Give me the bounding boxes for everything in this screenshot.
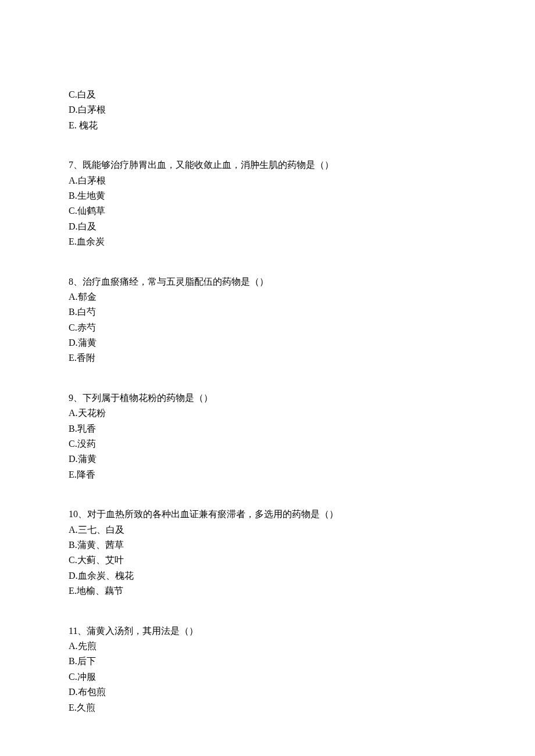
residual-options-block: C.白及 D.白茅根 E. 槐花 [69,87,466,133]
option-c: C.没药 [69,436,466,452]
option-a: A.天花粉 [69,406,466,421]
option-a: A.郁金 [69,289,466,304]
option-d: D.布包煎 [69,685,466,700]
question-prompt: 10、对于血热所致的各种出血证兼有瘀滞者，多选用的药物是（） [69,507,466,522]
question-prompt: 7、既能够治疗肺胃出血，又能收敛止血，消肿生肌的药物是（） [69,157,466,173]
option-e: E.地榆、藕节 [69,583,466,599]
question-number: 8、 [69,277,83,286]
option-a: A.三七、白及 [69,522,466,538]
question-text: 既能够治疗肺胃出血，又能收敛止血，消肿生肌的药物是（） [83,160,334,170]
question-prompt: 11、蒲黄入汤剂，其用法是（） [69,624,466,639]
question-prompt: 9、下列属于植物花粉的药物是（） [69,390,466,406]
question-10: 10、对于血热所致的各种出血证兼有瘀滞者，多选用的药物是（） A.三七、白及 B… [69,507,466,599]
question-7: 7、既能够治疗肺胃出血，又能收敛止血，消肿生肌的药物是（） A.白茅根 B.生地… [69,157,466,249]
question-prompt: 8、治疗血瘀痛经，常与五灵脂配伍的药物是（） [69,274,466,289]
question-text: 下列属于植物花粉的药物是（） [83,393,213,403]
option-c: C.赤芍 [69,320,466,335]
option-b: B.白芍 [69,304,466,320]
option-d: D.蒲黄 [69,452,466,467]
option-c: C.大蓟、艾叶 [69,553,466,568]
question-9: 9、下列属于植物花粉的药物是（） A.天花粉 B.乳香 C.没药 D.蒲黄 E.… [69,390,466,482]
option-d: D.蒲黄 [69,335,466,350]
option-b: B.生地黄 [69,188,466,203]
option-e: E.降香 [69,467,466,482]
option-b: B.后下 [69,654,466,669]
option-e: E.香附 [69,350,466,366]
option-a: A.白茅根 [69,173,466,188]
option-b: B.蒲黄、茜草 [69,538,466,553]
question-number: 10、 [69,509,87,519]
option-d: D.白茅根 [69,102,466,117]
option-b: B.乳香 [69,421,466,436]
question-text: 蒲黄入汤剂，其用法是（） [87,626,198,636]
option-c: C.白及 [69,87,466,102]
option-e: E.血余炭 [69,234,466,249]
question-8: 8、治疗血瘀痛经，常与五灵脂配伍的药物是（） A.郁金 B.白芍 C.赤芍 D.… [69,274,466,366]
question-11: 11、蒲黄入汤剂，其用法是（） A.先煎 B.后下 C.冲服 D.布包煎 E.久… [69,624,466,715]
option-a: A.先煎 [69,639,466,654]
question-text: 对于血热所致的各种出血证兼有瘀滞者，多选用的药物是（） [87,509,338,519]
question-text: 治疗血瘀痛经，常与五灵脂配伍的药物是（） [83,277,269,286]
option-d: D.白及 [69,219,466,234]
option-e: E.久煎 [69,700,466,715]
option-e: E. 槐花 [69,118,466,133]
option-c: C.冲服 [69,669,466,685]
question-number: 7、 [69,160,83,170]
option-c: C.仙鹤草 [69,203,466,218]
question-number: 11、 [69,626,87,636]
option-d: D.血余炭、槐花 [69,568,466,583]
question-number: 9、 [69,393,83,403]
